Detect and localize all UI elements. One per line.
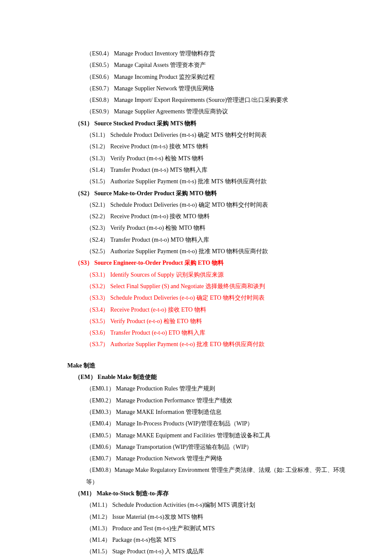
section-heading-em: （EM） Enable Make 制造使能	[75, 371, 354, 383]
s3-item: （S3.1） Identify Sources of Supply 识别采购供应…	[86, 269, 354, 280]
section-spacer	[51, 350, 354, 360]
m1-item: （M1.1） Schedule Production Activities (m…	[86, 499, 354, 511]
s1-item: （S1.1） Schedule Product Deliveries (m-t-…	[86, 129, 354, 141]
s1-item: （S1.4） Transfer Product (m-t-s) MTS 物料入库	[86, 164, 354, 176]
es-item: （ES0.7） Manage Supplier Network 管理供应网络	[86, 83, 354, 94]
em-item: （EM0.6） Manage Transportation (WIP)管理运输在…	[86, 441, 354, 453]
es-item: （ES0.5） Manage Capital Assets 管理资本资产	[86, 59, 354, 71]
m1-item: （M1.3） Produce and Test (m-t-s)生产和测试 MTS	[86, 523, 354, 534]
document-page: （ES0.4） Manage Product Inventory 管理物料存货 …	[0, 0, 392, 555]
s3-item: （S3.4） Receive Product (e-t-o) 接收 ETO 物料	[86, 304, 354, 315]
section-heading-s3: （S3） Source Engineer-to-Order Product 采购…	[75, 257, 354, 269]
s2-item: （S2.4） Transfer Product (m-t-o) MTO 物料入库	[86, 234, 354, 246]
s3-item: （S3.6） Transfer Product (e-t-o) ETO 物料入库	[86, 327, 354, 338]
s1-item: （S1.5） Authorize Supplier Payment (m-t-s…	[86, 176, 354, 187]
em-item: （EM0.8）Manage Make Regulatory Environmen…	[86, 464, 354, 488]
s2-item: （S2.5） Authorize Supplier Payment (m-t-o…	[86, 246, 354, 257]
section-heading-s2: （S2） Source Make-to-Order Product 采购 MTO…	[75, 188, 354, 199]
em-item: （EM0.4） Manage In-Process Products (WIP)…	[86, 418, 354, 429]
s3-item: （S3.5） Verify Product (e-t-o) 检验 ETO 物料	[86, 315, 354, 327]
em-item: （EM0.3） Manage MAKE Information 管理制造信息	[86, 406, 354, 418]
em-item: （EM0.1） Manage Production Rules 管理生产规则	[86, 383, 354, 394]
em-item: （EM0.2） Manage Production Performance 管理…	[86, 395, 354, 406]
es-item: （ES0.6） Manage Incoming Product 监控采购过程	[86, 71, 354, 83]
section-heading-m1: （M1） Make-to-Stock 制造-to-库存	[75, 488, 354, 499]
s1-item: （S1.3） Verify Product (m-t-s) 检验 MTS 物料	[86, 153, 354, 164]
em-item: （EM0.7） Manage Production Network 管理生产网络	[86, 453, 354, 464]
es-item: （ES0.8） Manage Import/ Export Requiremen…	[86, 94, 354, 106]
s2-item: （S2.2） Receive Product (m-t-o) 接收 MTO 物料	[86, 211, 354, 222]
s2-item: （S2.3） Verify Product (m-t-o) 检验 MTO 物料	[86, 222, 354, 234]
s2-item: （S2.1） Schedule Product Deliveries (m-t-…	[86, 199, 354, 211]
m1-item: （M1.4） Package (m-t-s)包装 MTS	[86, 534, 354, 546]
es-item: （ES0.9） Manage Supplier Agreements 管理供应商…	[86, 106, 354, 117]
section-heading-s1: （S1） Source Stocked Product 采购 MTS 物料	[75, 118, 354, 129]
s1-item: （S1.2） Receive Product (m-t-s) 接收 MTS 物料	[86, 141, 354, 152]
s3-item: （S3.7） Authorize Supplier Payment (e-t-o…	[86, 338, 354, 350]
s3-item: （S3.2） Select Final Supplier (S) and Neg…	[86, 280, 354, 292]
section-heading-make: Make 制造	[67, 360, 354, 371]
em-item: （EM0.5） Manage MAKE Equipment and Facili…	[86, 430, 354, 441]
m1-item: （M1.5） Stage Product (m-t-s) 入 MTS 成品库	[86, 546, 354, 555]
s3-item: （S3.3） Schedule Product Deliveries (e-t-…	[86, 292, 354, 304]
m1-item: （M1.2） Issue Material (m-t-s)发放 MTS 物料	[86, 511, 354, 523]
es-item: （ES0.4） Manage Product Inventory 管理物料存货	[86, 48, 354, 59]
